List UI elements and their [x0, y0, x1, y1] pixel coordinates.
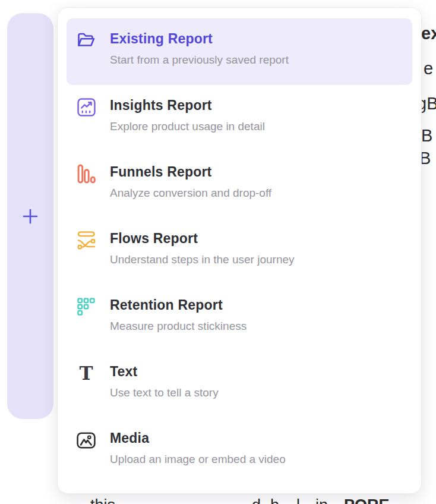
menu-item-retention-report[interactable]: Retention Report Measure product stickin…	[67, 285, 412, 351]
menu-item-insights-report[interactable]: Insights Report Explore product usage in…	[67, 85, 412, 152]
menu-item-description: Understand steps in the user journey	[110, 253, 295, 266]
background-text-fragment: h	[270, 496, 279, 504]
menu-item-text-block[interactable]: T Text Use text to tell a story	[67, 351, 412, 418]
background-text-fragment: this	[90, 496, 115, 504]
board-sidebar	[7, 13, 53, 419]
add-content-menu: Existing Report Start from a previously …	[57, 7, 422, 494]
menu-item-title: Media	[110, 430, 286, 446]
menu-item-text: Insights Report Explore product usage in…	[110, 97, 265, 133]
menu-item-title: Funnels Report	[110, 163, 271, 180]
funnel-bars-icon	[76, 164, 96, 185]
menu-item-title: Retention Report	[110, 297, 247, 313]
background-text-fragment: PORE	[344, 496, 390, 504]
menu-item-media[interactable]: Media Upload an image or embed a video	[67, 418, 412, 484]
retention-grid-icon	[76, 297, 96, 319]
flows-icon	[76, 231, 96, 252]
text-serif-icon: T	[76, 364, 96, 385]
insights-chart-icon	[76, 97, 96, 119]
menu-item-text: Retention Report Measure product stickin…	[110, 297, 247, 333]
menu-item-flows-report[interactable]: Flows Report Understand steps in the use…	[67, 218, 412, 285]
menu-item-text: Text Use text to tell a story	[110, 363, 219, 399]
menu-item-text: Media Upload an image or embed a video	[110, 430, 286, 466]
folder-open-icon	[76, 31, 96, 52]
background-text-fragment: e	[424, 59, 433, 78]
svg-text:T: T	[79, 364, 93, 384]
background-text-fragment: d	[252, 496, 261, 504]
menu-item-funnels-report[interactable]: Funnels Report Analyze conversion and dr…	[67, 152, 412, 218]
background-text-fragment: in	[315, 496, 328, 504]
menu-item-description: Analyze conversion and drop-off	[110, 186, 271, 200]
menu-item-title: Text	[110, 363, 219, 380]
media-image-icon	[76, 430, 96, 452]
plus-icon	[21, 207, 39, 225]
menu-item-text: Existing Report Start from a previously …	[110, 30, 289, 67]
menu-item-description: Measure product stickiness	[110, 319, 247, 333]
menu-item-text: Funnels Report Analyze conversion and dr…	[110, 163, 271, 200]
menu-item-title: Existing Report	[110, 30, 289, 47]
menu-item-description: Use text to tell a story	[110, 386, 219, 399]
menu-item-description: Upload an image or embed a video	[110, 452, 286, 466]
background-text-fragment: l	[296, 496, 300, 504]
menu-item-title: Flows Report	[110, 230, 295, 247]
background-text-fragment: ex	[421, 24, 436, 43]
add-content-button[interactable]	[20, 206, 40, 226]
menu-item-text: Flows Report Understand steps in the use…	[110, 230, 295, 266]
background-text-fragment: B	[421, 126, 432, 146]
menu-item-title: Insights Report	[110, 97, 265, 114]
menu-item-existing-report[interactable]: Existing Report Start from a previously …	[67, 18, 412, 85]
menu-item-description: Explore product usage in detail	[110, 119, 265, 133]
menu-item-description: Start from a previously saved report	[110, 53, 289, 67]
